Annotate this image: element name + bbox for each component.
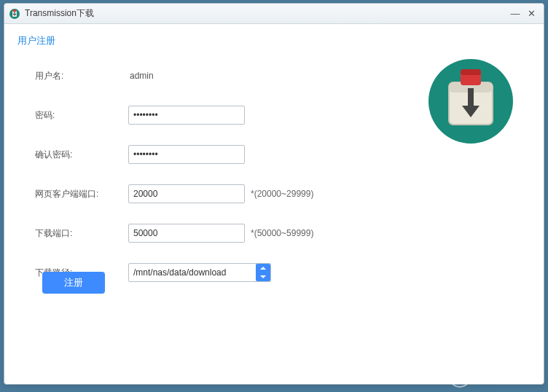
download-port-row: 下载端口: *(50000~59999) (17, 224, 531, 243)
confirm-password-input[interactable] (128, 145, 245, 164)
confirm-password-row: 确认密码: (17, 145, 531, 164)
password-input[interactable] (128, 106, 245, 125)
register-button[interactable]: 注册 (42, 272, 105, 294)
titlebar: Transmission下载 — ✕ (4, 4, 544, 24)
path-stepper-toggle[interactable] (256, 264, 270, 281)
password-label: 密码: (17, 109, 128, 122)
form-content: 用户名: admin 密码: 确认密码: 网页客户端端口: *(20000~29… (4, 52, 544, 315)
download-port-input[interactable] (128, 224, 245, 243)
watermark-text: 什么值得买 (475, 368, 541, 385)
watermark: 值 什么值得买 (442, 361, 548, 392)
download-path-select[interactable] (128, 263, 271, 282)
download-port-label: 下载端口: (17, 227, 128, 240)
close-button[interactable]: ✕ (526, 9, 536, 19)
watermark-badge: 值 (449, 366, 471, 388)
download-port-hint: *(50000~59999) (251, 228, 313, 238)
chevron-down-icon (256, 273, 270, 281)
username-label: 用户名: (17, 70, 128, 82)
web-port-label: 网页客户端端口: (17, 188, 128, 200)
window-controls: — ✕ (510, 9, 539, 19)
svg-rect-8 (468, 88, 474, 109)
chevron-up-icon (256, 264, 270, 273)
web-port-hint: *(20000~29999) (251, 189, 313, 199)
username-value: admin (128, 71, 154, 81)
minimize-button[interactable]: — (510, 9, 520, 19)
web-port-row: 网页客户端端口: *(20000~29999) (17, 184, 531, 203)
svg-rect-2 (13, 9, 16, 12)
section-title: 用户注册 (4, 24, 544, 52)
transmission-logo (427, 58, 514, 145)
app-window: Transmission下载 — ✕ 用户注册 用户名: admin 密码: (4, 3, 544, 385)
confirm-password-label: 确认密码: (17, 149, 128, 161)
web-port-input[interactable] (128, 184, 245, 203)
download-path-input[interactable] (128, 263, 271, 282)
svg-rect-7 (461, 69, 481, 75)
window-title: Transmission下载 (25, 7, 510, 20)
app-icon (9, 8, 20, 20)
